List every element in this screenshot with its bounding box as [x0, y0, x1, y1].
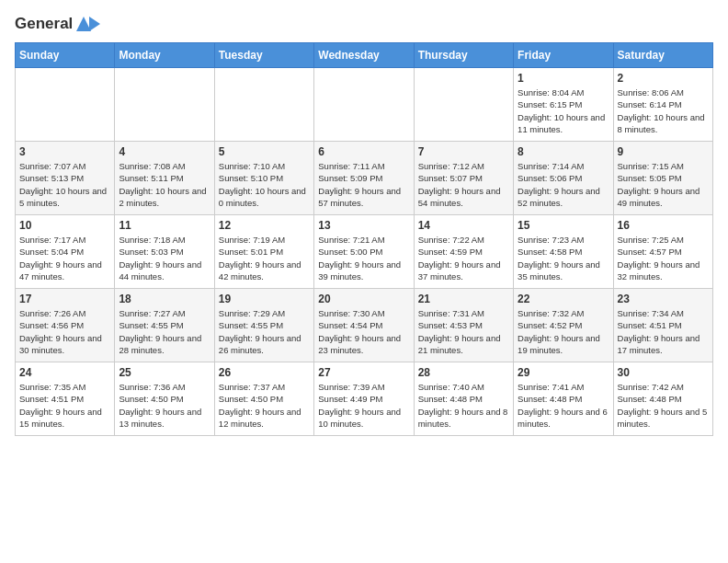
day-info: Sunrise: 7:30 AMSunset: 4:54 PMDaylight:…: [318, 307, 409, 356]
day-info: Sunrise: 7:08 AMSunset: 5:11 PMDaylight:…: [119, 160, 210, 209]
day-number: 5: [219, 145, 310, 158]
column-header-friday: Friday: [514, 43, 613, 68]
calendar-cell: 1Sunrise: 8:04 AMSunset: 6:15 PMDaylight…: [514, 68, 613, 142]
calendar-week-row: 3Sunrise: 7:07 AMSunset: 5:13 PMDaylight…: [16, 142, 713, 215]
day-info: Sunrise: 7:21 AMSunset: 5:00 PMDaylight:…: [318, 234, 409, 282]
column-header-wednesday: Wednesday: [314, 43, 414, 68]
day-info: Sunrise: 7:34 AMSunset: 4:51 PMDaylight:…: [618, 307, 709, 356]
logo: General: [15, 15, 100, 31]
day-info: Sunrise: 7:12 AMSunset: 5:07 PMDaylight:…: [418, 160, 509, 209]
calendar-cell: 16Sunrise: 7:25 AMSunset: 4:57 PMDayligh…: [613, 215, 712, 289]
logo-text-general: General: [15, 15, 73, 33]
calendar-cell: [314, 68, 414, 142]
calendar-cell: 11Sunrise: 7:18 AMSunset: 5:03 PMDayligh…: [115, 215, 214, 289]
day-info: Sunrise: 7:11 AMSunset: 5:09 PMDaylight:…: [318, 160, 409, 209]
day-info: Sunrise: 7:36 AMSunset: 4:50 PMDaylight:…: [119, 381, 210, 430]
calendar-cell: 15Sunrise: 7:23 AMSunset: 4:58 PMDayligh…: [514, 215, 613, 289]
day-number: 22: [518, 293, 609, 305]
calendar-cell: 4Sunrise: 7:08 AMSunset: 5:11 PMDaylight…: [115, 142, 214, 215]
day-info: Sunrise: 7:10 AMSunset: 5:10 PMDaylight:…: [219, 160, 310, 209]
day-info: Sunrise: 7:39 AMSunset: 4:49 PMDaylight:…: [318, 381, 409, 430]
day-info: Sunrise: 7:40 AMSunset: 4:48 PMDaylight:…: [418, 381, 509, 430]
calendar-cell: 18Sunrise: 7:27 AMSunset: 4:55 PMDayligh…: [115, 289, 214, 362]
day-number: 20: [318, 293, 409, 305]
day-info: Sunrise: 8:04 AMSunset: 6:15 PMDaylight:…: [518, 86, 609, 135]
day-number: 16: [618, 219, 709, 232]
day-number: 9: [618, 145, 709, 158]
calendar-header-row: SundayMondayTuesdayWednesdayThursdayFrid…: [16, 43, 713, 68]
day-info: Sunrise: 7:42 AMSunset: 4:48 PMDaylight:…: [618, 381, 709, 430]
day-info: Sunrise: 8:06 AMSunset: 6:14 PMDaylight:…: [618, 86, 709, 135]
day-info: Sunrise: 7:32 AMSunset: 4:52 PMDaylight:…: [518, 307, 609, 356]
day-number: 29: [518, 366, 609, 379]
day-number: 12: [219, 219, 310, 232]
day-number: 2: [618, 72, 709, 85]
calendar-cell: 27Sunrise: 7:39 AMSunset: 4:49 PMDayligh…: [314, 362, 414, 436]
calendar-cell: 14Sunrise: 7:22 AMSunset: 4:59 PMDayligh…: [414, 215, 513, 289]
day-number: 27: [318, 366, 409, 379]
calendar-table: SundayMondayTuesdayWednesdayThursdayFrid…: [15, 42, 713, 436]
day-info: Sunrise: 7:29 AMSunset: 4:55 PMDaylight:…: [219, 307, 310, 356]
day-info: Sunrise: 7:27 AMSunset: 4:55 PMDaylight:…: [119, 307, 210, 356]
column-header-sunday: Sunday: [16, 43, 115, 68]
calendar-cell: 28Sunrise: 7:40 AMSunset: 4:48 PMDayligh…: [414, 362, 513, 436]
day-number: 17: [19, 293, 110, 305]
day-number: 14: [418, 219, 509, 232]
column-header-saturday: Saturday: [613, 43, 712, 68]
calendar-cell: 20Sunrise: 7:30 AMSunset: 4:54 PMDayligh…: [314, 289, 414, 362]
day-info: Sunrise: 7:18 AMSunset: 5:03 PMDaylight:…: [119, 234, 210, 282]
day-info: Sunrise: 7:15 AMSunset: 5:05 PMDaylight:…: [618, 160, 709, 209]
calendar-cell: 24Sunrise: 7:35 AMSunset: 4:51 PMDayligh…: [16, 362, 115, 436]
calendar-week-row: 17Sunrise: 7:26 AMSunset: 4:56 PMDayligh…: [16, 289, 713, 362]
calendar-cell: 29Sunrise: 7:41 AMSunset: 4:48 PMDayligh…: [514, 362, 613, 436]
day-number: 25: [119, 366, 210, 379]
calendar-cell: [414, 68, 513, 142]
calendar-cell: 22Sunrise: 7:32 AMSunset: 4:52 PMDayligh…: [514, 289, 613, 362]
day-number: 30: [618, 366, 709, 379]
calendar-cell: 7Sunrise: 7:12 AMSunset: 5:07 PMDaylight…: [414, 142, 513, 215]
column-header-monday: Monday: [115, 43, 214, 68]
day-number: 21: [418, 293, 509, 305]
calendar-cell: 23Sunrise: 7:34 AMSunset: 4:51 PMDayligh…: [613, 289, 712, 362]
day-info: Sunrise: 7:35 AMSunset: 4:51 PMDaylight:…: [19, 381, 110, 430]
day-number: 3: [19, 145, 110, 158]
calendar-cell: [214, 68, 313, 142]
day-info: Sunrise: 7:31 AMSunset: 4:53 PMDaylight:…: [418, 307, 509, 356]
day-number: 7: [418, 145, 509, 158]
calendar-cell: 5Sunrise: 7:10 AMSunset: 5:10 PMDaylight…: [214, 142, 313, 215]
day-info: Sunrise: 7:25 AMSunset: 4:57 PMDaylight:…: [618, 234, 709, 282]
column-header-thursday: Thursday: [414, 43, 513, 68]
calendar-week-row: 24Sunrise: 7:35 AMSunset: 4:51 PMDayligh…: [16, 362, 713, 436]
day-number: 13: [318, 219, 409, 232]
day-info: Sunrise: 7:41 AMSunset: 4:48 PMDaylight:…: [518, 381, 609, 430]
column-header-tuesday: Tuesday: [214, 43, 313, 68]
day-number: 10: [19, 219, 110, 232]
calendar-cell: 26Sunrise: 7:37 AMSunset: 4:50 PMDayligh…: [214, 362, 313, 436]
day-number: 15: [518, 219, 609, 232]
calendar-cell: 25Sunrise: 7:36 AMSunset: 4:50 PMDayligh…: [115, 362, 214, 436]
day-info: Sunrise: 7:26 AMSunset: 4:56 PMDaylight:…: [19, 307, 110, 356]
day-info: Sunrise: 7:17 AMSunset: 5:04 PMDaylight:…: [19, 234, 110, 282]
day-number: 26: [219, 366, 310, 379]
calendar-week-row: 1Sunrise: 8:04 AMSunset: 6:15 PMDaylight…: [16, 68, 713, 142]
day-number: 19: [219, 293, 310, 305]
day-number: 23: [618, 293, 709, 305]
day-info: Sunrise: 7:22 AMSunset: 4:59 PMDaylight:…: [418, 234, 509, 282]
calendar-cell: 2Sunrise: 8:06 AMSunset: 6:14 PMDaylight…: [613, 68, 712, 142]
day-number: 18: [119, 293, 210, 305]
calendar-cell: 13Sunrise: 7:21 AMSunset: 5:00 PMDayligh…: [314, 215, 414, 289]
calendar-week-row: 10Sunrise: 7:17 AMSunset: 5:04 PMDayligh…: [16, 215, 713, 289]
day-info: Sunrise: 7:07 AMSunset: 5:13 PMDaylight:…: [19, 160, 110, 209]
day-number: 6: [318, 145, 409, 158]
calendar-cell: 8Sunrise: 7:14 AMSunset: 5:06 PMDaylight…: [514, 142, 613, 215]
calendar-cell: 30Sunrise: 7:42 AMSunset: 4:48 PMDayligh…: [613, 362, 712, 436]
day-number: 24: [19, 366, 110, 379]
header-area: General: [15, 15, 713, 31]
day-info: Sunrise: 7:19 AMSunset: 5:01 PMDaylight:…: [219, 234, 310, 282]
day-number: 8: [518, 145, 609, 158]
calendar-cell: 6Sunrise: 7:11 AMSunset: 5:09 PMDaylight…: [314, 142, 414, 215]
day-info: Sunrise: 7:23 AMSunset: 4:58 PMDaylight:…: [518, 234, 609, 282]
day-number: 28: [418, 366, 509, 379]
calendar-cell: [16, 68, 115, 142]
calendar-cell: 21Sunrise: 7:31 AMSunset: 4:53 PMDayligh…: [414, 289, 513, 362]
